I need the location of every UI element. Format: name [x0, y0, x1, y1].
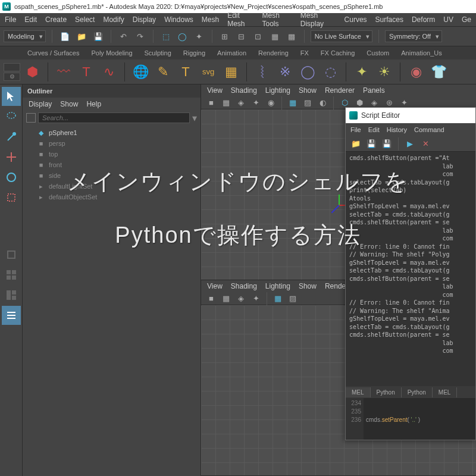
shelf-shirt-icon[interactable]: 👕 — [428, 61, 449, 83]
shelf-tab-custom[interactable]: Custom — [362, 48, 394, 58]
vp-menu-renderer[interactable]: Renderer — [325, 86, 355, 95]
se-tab-python2[interactable]: Python — [402, 387, 433, 397]
se-tab-mel[interactable]: MEL — [346, 387, 371, 397]
se-menu-file[interactable]: File — [350, 126, 361, 133]
vp-icon[interactable]: ▦ — [286, 96, 299, 109]
layout-tool-1[interactable] — [2, 245, 21, 264]
outliner-menu-show[interactable]: Show — [60, 100, 78, 108]
paint-tool[interactable] — [2, 127, 21, 146]
se-save-icon[interactable]: 💾 — [365, 137, 378, 151]
shelf-tab-curves[interactable]: Curves / Surfaces — [23, 48, 84, 58]
shelf-type-icon[interactable]: T — [175, 61, 196, 83]
vp-menu-view[interactable]: View — [207, 282, 223, 290]
menu-display[interactable]: Display — [133, 15, 156, 24]
vp-icon[interactable]: ■ — [205, 96, 218, 109]
menu-edit[interactable]: Edit — [24, 15, 37, 24]
script-editor-output[interactable]: cmds.shelfButton(parent ="At lab com sel… — [346, 152, 475, 386]
lasso-tool[interactable] — [2, 107, 21, 126]
shelf-box-icon[interactable]: ▦ — [220, 61, 242, 83]
shelf-svg-icon[interactable]: svg — [198, 61, 219, 83]
vp-icon[interactable]: ✦ — [249, 96, 262, 109]
shelf-ring-icon[interactable]: ◌ — [320, 61, 341, 83]
move-tool[interactable] — [2, 148, 21, 167]
script-editor-input[interactable]: 234235236 cmds.setParent( '..' ) — [346, 398, 475, 440]
vp-menu-panels[interactable]: Panels — [363, 86, 385, 95]
outliner-item-persp[interactable]: ■persp — [23, 138, 201, 149]
outliner-menu-help[interactable]: Help — [86, 100, 101, 108]
shelf-tab-render[interactable]: Rendering — [253, 48, 293, 58]
se-tab-mel2[interactable]: MEL — [433, 387, 458, 397]
shelf-fluid2-icon[interactable]: ※ — [274, 61, 296, 83]
outliner-item-psphere1[interactable]: ◆pSphere1 — [23, 127, 201, 138]
vp-menu-lighting[interactable]: Lighting — [265, 86, 290, 95]
menu-uv[interactable]: UV — [443, 15, 453, 24]
se-clear-icon[interactable]: ✕ — [419, 137, 432, 151]
se-tab-python[interactable]: Python — [371, 387, 402, 397]
menu-mesh[interactable]: Mesh — [202, 15, 219, 24]
menu-create[interactable]: Create — [45, 15, 67, 24]
outliner-item-top[interactable]: ■top — [23, 149, 201, 159]
shelf-tab-fx[interactable]: FX — [296, 48, 314, 58]
lasso-icon[interactable]: ◯ — [176, 30, 189, 43]
shelf-render-icon[interactable]: ◉ — [405, 61, 427, 83]
snap-curve-icon[interactable]: ⊟ — [235, 30, 248, 43]
se-menu-command[interactable]: Command — [414, 126, 444, 133]
menu-mesh-tools[interactable]: Mesh Tools — [262, 11, 292, 28]
shelf-tab-animus[interactable]: Animation_Us — [396, 48, 446, 58]
snap-point-icon[interactable]: ⊡ — [252, 30, 265, 43]
redo-icon[interactable]: ↷ — [134, 30, 147, 43]
shelf-tab-fxcache[interactable]: FX Caching — [316, 48, 359, 58]
vp-icon[interactable]: ▦ — [271, 292, 284, 305]
vp-icon[interactable]: ▨ — [286, 292, 299, 305]
rotate-tool[interactable] — [2, 168, 21, 187]
filter-icon[interactable] — [26, 113, 36, 123]
snap-grid-icon[interactable]: ⊞ — [218, 30, 231, 43]
shelf-toggle[interactable]: ⚙ — [4, 63, 20, 81]
snap-plane-icon[interactable]: ▦ — [268, 30, 281, 43]
vp-icon[interactable]: ◈ — [234, 292, 248, 305]
vp-menu-show[interactable]: Show — [299, 86, 317, 95]
open-scene-icon[interactable]: 📁 — [75, 30, 88, 43]
shelf-sun-icon[interactable]: ☀ — [374, 61, 395, 83]
vp-icon[interactable]: ◉ — [264, 96, 277, 109]
vp-menu-shading[interactable]: Shading — [231, 86, 257, 95]
code-text[interactable]: cmds.setParent( '..' ) — [364, 398, 475, 440]
script-editor-titlebar[interactable]: Script Editor — [346, 108, 475, 123]
shelf-light-icon[interactable]: ✦ — [351, 61, 372, 83]
se-menu-history[interactable]: History — [387, 126, 407, 133]
menu-mesh-display[interactable]: Mesh Display — [300, 11, 336, 28]
shelf-wave-icon[interactable]: ∿ — [98, 61, 120, 83]
dropdown-icon[interactable]: ▾ — [192, 112, 197, 124]
live-surface-dropdown[interactable]: No Live Surface — [311, 30, 372, 42]
scale-tool[interactable] — [2, 188, 21, 207]
outliner-item-side[interactable]: ■side — [23, 170, 201, 181]
se-menu-edit[interactable]: Edit — [368, 126, 380, 133]
menu-modify[interactable]: Modify — [103, 15, 124, 24]
vp-menu-view[interactable]: View — [207, 86, 223, 95]
new-scene-icon[interactable]: 📄 — [58, 30, 71, 43]
shelf-tab-poly[interactable]: Poly Modeling — [86, 48, 137, 58]
menu-curves[interactable]: Curves — [345, 15, 367, 24]
vp-icon[interactable]: ■ — [205, 292, 218, 305]
shelf-globe-icon[interactable]: 🌐 — [130, 61, 151, 83]
outliner-item-objectset[interactable]: ▸defaultObjectSet — [23, 192, 201, 202]
menu-more[interactable]: Ge — [462, 15, 471, 24]
select-icon[interactable]: ⬚ — [159, 30, 173, 43]
select-tool[interactable] — [2, 87, 21, 106]
layout-tool-3[interactable] — [2, 286, 21, 305]
menu-deform[interactable]: Deform — [412, 15, 435, 24]
menu-edit-mesh[interactable]: Edit Mesh — [227, 11, 253, 28]
vp-icon[interactable]: ▦ — [220, 292, 233, 305]
menu-file[interactable]: File — [5, 15, 16, 24]
vp-icon[interactable]: ▦ — [220, 96, 233, 109]
vp-icon[interactable]: ▨ — [301, 96, 314, 109]
se-saveall-icon[interactable]: 💾 — [380, 137, 393, 151]
outliner-item-lightset[interactable]: ▸defaultLightSet — [23, 181, 201, 192]
shelf-tab-sculpt[interactable]: Sculpting — [140, 48, 176, 58]
vp-icon[interactable]: ✦ — [249, 292, 262, 305]
shelf-loop-icon[interactable]: ◯ — [297, 61, 318, 83]
outliner-search-input[interactable] — [38, 112, 190, 123]
save-scene-icon[interactable]: 💾 — [92, 30, 105, 43]
shelf-curve-icon[interactable]: 〰 — [53, 61, 74, 83]
menu-windows[interactable]: Windows — [164, 15, 193, 24]
